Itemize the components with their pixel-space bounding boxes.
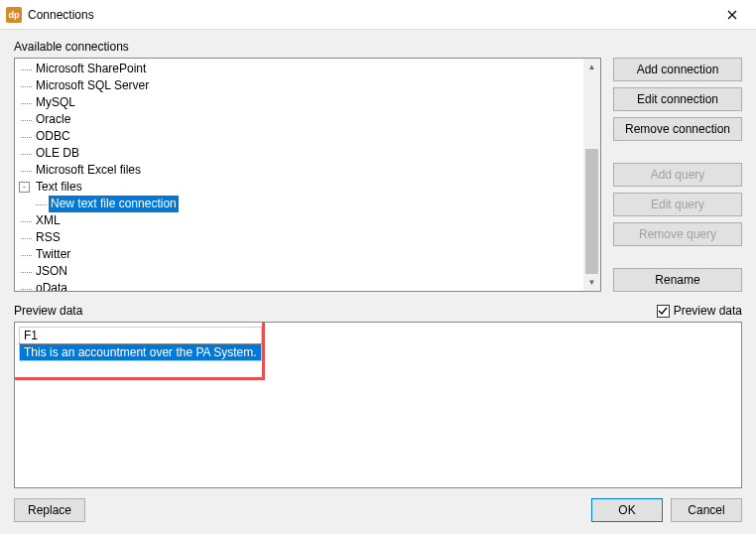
- preview-data-checkbox[interactable]: Preview data: [657, 304, 742, 318]
- preview-area: F1 This is an accountment over the PA Sy…: [14, 322, 742, 488]
- app-icon: dp: [6, 7, 22, 23]
- tree-item-label: XML: [34, 212, 63, 229]
- tree-item-label: Oracle: [34, 111, 72, 128]
- edit-connection-button[interactable]: Edit connection: [613, 87, 742, 111]
- upper-row: Microsoft SharePointMicrosoft SQL Server…: [14, 58, 742, 292]
- tree-item-label: RSS: [34, 229, 63, 246]
- rename-button[interactable]: Rename: [613, 268, 742, 292]
- tree-item[interactable]: oData: [15, 280, 600, 292]
- tree-item-label: oData: [34, 280, 69, 292]
- preview-row: Preview data Preview data: [14, 304, 742, 318]
- tree-item[interactable]: Microsoft SharePoint: [15, 61, 600, 77]
- remove-connection-button[interactable]: Remove connection: [613, 117, 742, 141]
- available-connections-label: Available connections: [14, 40, 742, 54]
- tree-toggle-icon[interactable]: -: [19, 182, 30, 193]
- footer: Replace OK Cancel: [14, 498, 742, 522]
- connections-tree[interactable]: Microsoft SharePointMicrosoft SQL Server…: [14, 58, 601, 292]
- tree-item-label: Microsoft SQL Server: [34, 77, 151, 94]
- titlebar: dp Connections: [0, 0, 756, 30]
- scroll-track[interactable]: [583, 75, 600, 274]
- add-query-button[interactable]: Add query: [613, 163, 742, 187]
- scroll-down-arrow[interactable]: ▼: [583, 274, 600, 291]
- tree-item[interactable]: JSON: [15, 263, 600, 280]
- dialog-body: Available connections Microsoft SharePoi…: [0, 30, 756, 534]
- tree-item-label: Twitter: [34, 246, 72, 263]
- tree-item-label: OLE DB: [34, 145, 81, 162]
- column-header[interactable]: F1: [20, 328, 262, 344]
- edit-query-button[interactable]: Edit query: [613, 193, 742, 216]
- scroll-up-arrow[interactable]: ▲: [583, 59, 600, 75]
- preview-table[interactable]: F1 This is an accountment over the PA Sy…: [19, 327, 262, 361]
- table-cell[interactable]: This is an accountment over the PA Syste…: [20, 344, 262, 361]
- table-row: F1: [20, 328, 262, 344]
- ok-button[interactable]: OK: [591, 498, 663, 522]
- tree-item[interactable]: Microsoft Excel files: [15, 162, 600, 179]
- tree-item-label: ODBC: [34, 128, 72, 145]
- add-connection-button[interactable]: Add connection: [613, 58, 742, 81]
- table-row: This is an accountment over the PA Syste…: [20, 344, 262, 361]
- scroll-thumb[interactable]: [585, 149, 598, 274]
- tree-item[interactable]: XML: [15, 212, 600, 229]
- side-buttons: Add connection Edit connection Remove co…: [613, 58, 742, 292]
- tree-item-label: MySQL: [34, 94, 77, 111]
- tree-item-label: Text files: [34, 179, 84, 196]
- tree-item[interactable]: RSS: [15, 229, 600, 246]
- window-title: Connections: [28, 8, 710, 22]
- close-button[interactable]: [710, 1, 754, 29]
- tree-scrollbar[interactable]: ▲ ▼: [583, 59, 600, 291]
- tree-item[interactable]: -Text files: [15, 179, 600, 196]
- tree-item-label: Microsoft Excel files: [34, 162, 143, 179]
- tree-item[interactable]: Twitter: [15, 246, 600, 263]
- tree-item-label: JSON: [34, 263, 69, 280]
- tree-item[interactable]: MySQL: [15, 94, 600, 111]
- tree-item-label: New text file connection: [49, 196, 179, 212]
- preview-data-checkbox-label: Preview data: [674, 304, 742, 318]
- checkbox-icon: [657, 305, 670, 318]
- tree-item[interactable]: OLE DB: [15, 145, 600, 162]
- tree-item[interactable]: Microsoft SQL Server: [15, 77, 600, 94]
- cancel-button[interactable]: Cancel: [671, 498, 742, 522]
- tree-item[interactable]: Oracle: [15, 111, 600, 128]
- replace-button[interactable]: Replace: [14, 498, 85, 522]
- tree-item-label: Microsoft SharePoint: [34, 61, 148, 77]
- remove-query-button[interactable]: Remove query: [613, 222, 742, 246]
- tree-item[interactable]: ODBC: [15, 128, 600, 145]
- tree-item[interactable]: New text file connection: [15, 196, 600, 212]
- close-icon: [727, 10, 737, 20]
- preview-data-label: Preview data: [14, 304, 82, 318]
